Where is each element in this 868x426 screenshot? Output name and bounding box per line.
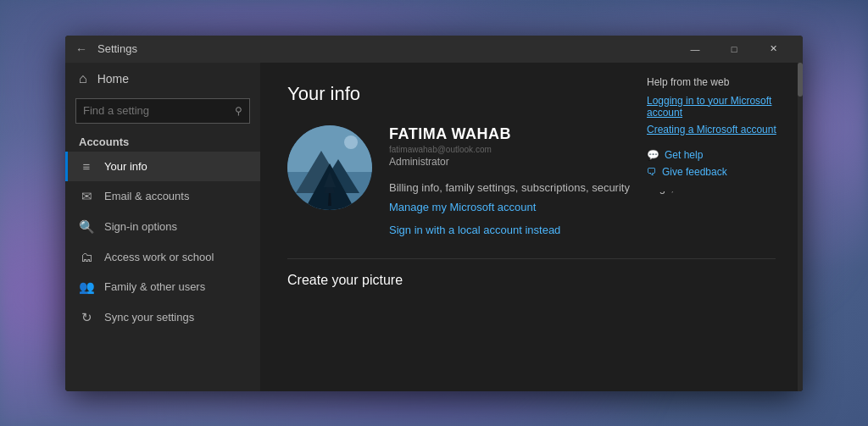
scrollbar-track[interactable] (798, 63, 803, 391)
main-content: Your info (260, 63, 803, 391)
sidebar-item-access-work[interactable]: 🗂 Access work or school (65, 242, 260, 272)
sidebar-item-family-users[interactable]: 👥 Family & other users (65, 272, 260, 302)
get-help-label: Get help (665, 149, 703, 161)
give-feedback-label: Give feedback (662, 166, 727, 178)
settings-window: ← Settings — □ ✕ ⌂ Home ⚲ Accounts ≡ You… (65, 36, 803, 391)
sidebar-item-sync-settings[interactable]: ↻ Sync your settings (65, 302, 260, 333)
email-icon: ✉ (79, 189, 94, 204)
help-title: Help from the web (647, 76, 789, 88)
window-title: Settings (97, 42, 676, 55)
help-panel: Help from the web Logging in to your Mic… (633, 63, 803, 191)
sign-in-local-link[interactable]: Sign in with a local account instead (389, 224, 776, 236)
help-link-1[interactable]: Creating a Microsoft account (647, 124, 789, 136)
sidebar-item-label-family: Family & other users (104, 280, 205, 293)
sidebar-item-label-work: Access work or school (104, 251, 214, 263)
content-area: ⌂ Home ⚲ Accounts ≡ Your info ✉ Email & … (65, 63, 803, 391)
window-controls: — □ ✕ (676, 36, 793, 63)
get-help-button[interactable]: 💬 Get help (647, 149, 789, 161)
work-icon: 🗂 (79, 250, 94, 264)
sidebar-item-email-accounts[interactable]: ✉ Email & accounts (65, 181, 260, 212)
give-feedback-button[interactable]: 🗨 Give feedback (647, 166, 789, 178)
help-link-0[interactable]: Logging in to your Microsoft account (647, 95, 789, 119)
scrollbar-thumb[interactable] (798, 63, 803, 97)
title-bar: ← Settings — □ ✕ (65, 36, 803, 63)
home-icon: ⌂ (79, 71, 87, 86)
minimize-button[interactable]: — (676, 36, 715, 63)
sidebar: ⌂ Home ⚲ Accounts ≡ Your info ✉ Email & … (65, 63, 260, 391)
sidebar-item-sign-in-options[interactable]: 🔍 Sign-in options (65, 212, 260, 242)
svg-point-3 (344, 136, 358, 149)
search-icon: ⚲ (235, 105, 242, 117)
sidebar-item-label-signin: Sign-in options (104, 220, 177, 233)
sidebar-item-label-email: Email & accounts (104, 190, 189, 202)
sidebar-item-label-your-info: Your info (104, 160, 147, 173)
back-button[interactable]: ← (75, 42, 87, 56)
your-info-icon: ≡ (79, 159, 94, 174)
create-picture-title: Create your picture (287, 258, 776, 288)
give-feedback-icon: 🗨 (647, 166, 657, 178)
manage-account-link[interactable]: Manage my Microsoft account (389, 201, 776, 213)
home-label: Home (97, 72, 129, 86)
maximize-button[interactable]: □ (715, 36, 754, 63)
close-button[interactable]: ✕ (754, 36, 793, 63)
sidebar-item-label-sync: Sync your settings (104, 311, 194, 324)
family-icon: 👥 (79, 279, 94, 295)
sidebar-item-home[interactable]: ⌂ Home (65, 63, 260, 95)
avatar (287, 125, 372, 210)
get-help-icon: 💬 (647, 149, 659, 161)
sidebar-section-accounts: Accounts (65, 130, 260, 152)
search-input[interactable] (83, 104, 235, 117)
sign-in-icon: 🔍 (79, 219, 94, 235)
search-box[interactable]: ⚲ (75, 98, 250, 124)
sidebar-item-your-info[interactable]: ≡ Your info (65, 152, 260, 181)
sync-icon: ↻ (79, 310, 94, 325)
